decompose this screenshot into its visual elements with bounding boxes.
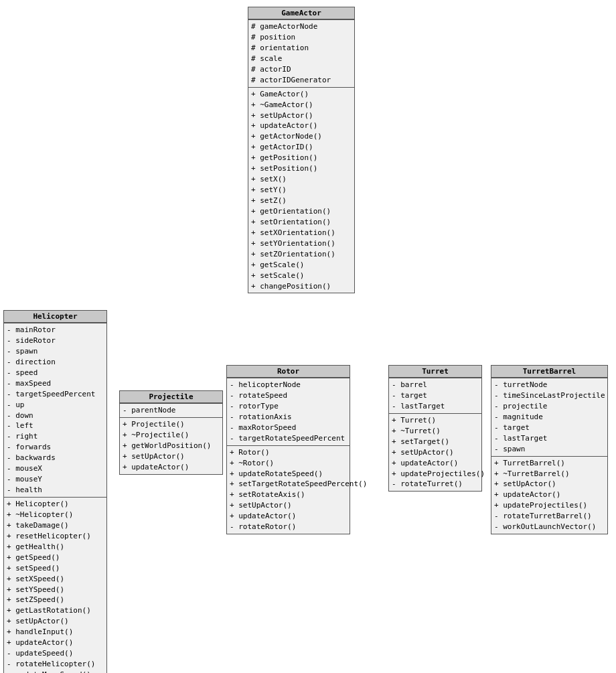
class-member: + updateProjectiles() (392, 469, 479, 479)
class-member: - backwards (7, 453, 104, 463)
class-member: + getSpeed() (7, 552, 104, 563)
class-member: + Helicopter() (7, 499, 104, 510)
gameactor-title-text: GameActor (281, 9, 321, 17)
class-member: - down (7, 410, 104, 421)
class-member: - spawn (7, 346, 104, 357)
class-member: - mouseY (7, 474, 104, 485)
class-member: - rotateTurret() (392, 479, 479, 490)
class-member: # actorIDGenerator (251, 75, 352, 86)
class-member: - targetRotateSpeedPercent (230, 433, 347, 444)
class-member: + handleInput() (7, 627, 104, 638)
turretbarrel-methods: + TurretBarrel()+ ~TurretBarrel()+ setUp… (491, 456, 607, 534)
turretbarrel-attributes: - turretNode- timeSinceLastProjectile- p… (491, 378, 607, 456)
class-member: + GameActor() (251, 89, 352, 100)
class-member: + setY() (251, 185, 352, 196)
class-member: - spawn (494, 444, 605, 455)
projectile-title: Projectile (120, 391, 222, 403)
class-member: - target (392, 390, 479, 401)
class-member: + updateActor() (392, 458, 479, 469)
gameactor-class: GameActor # gameActorNode# position# ori… (248, 7, 355, 293)
class-member: + setYOrientation() (251, 238, 352, 249)
class-member: - direction (7, 357, 104, 368)
class-member: + setUpActor() (392, 447, 479, 458)
class-member: + ~Projectile() (123, 430, 220, 441)
class-member: + TurretBarrel() (494, 458, 605, 469)
turretbarrel-class: TurretBarrel - turretNode- timeSinceLast… (491, 365, 608, 534)
class-member: + setUpActor() (251, 110, 352, 121)
class-member: + ~GameActor() (251, 100, 352, 110)
class-member: + setZ() (251, 196, 352, 206)
class-member: + setPosition() (251, 163, 352, 174)
class-member: + updateProjectiles() (494, 500, 605, 511)
helicopter-title: Helicopter (4, 311, 106, 323)
projectile-attributes: - parentNode (120, 403, 222, 417)
class-member: - workOutLaunchVector() (494, 522, 605, 532)
gameactor-attributes: # gameActorNode# position# orientation# … (248, 19, 354, 87)
projectile-class: Projectile - parentNode + Projectile()+ … (119, 390, 223, 475)
class-member: - left (7, 421, 104, 431)
class-member: - turretNode (494, 380, 605, 390)
rotor-attributes: - helicopterNode- rotateSpeed- rotorType… (227, 378, 350, 445)
class-member: - targetSpeedPercent (7, 389, 104, 400)
class-member: + setZOrientation() (251, 249, 352, 260)
class-member: + Rotor() (230, 447, 347, 458)
class-member: + getScale() (251, 260, 352, 271)
class-member: + getActorID() (251, 142, 352, 153)
class-member: - rotorType (230, 401, 347, 412)
class-member: - speed (7, 368, 104, 378)
class-member: - target (494, 423, 605, 433)
turret-title-text: Turret (422, 367, 449, 376)
class-member: + takeDamage() (7, 520, 104, 531)
class-member: - rotateTurretBarrel() (494, 511, 605, 522)
class-member: + updateActor() (494, 490, 605, 500)
rotor-methods: + Rotor()+ ~Rotor()+ updateRotateSpeed()… (227, 445, 350, 534)
class-member: + updateActor() (123, 462, 220, 473)
class-member: + setRotateAxis() (230, 490, 347, 500)
class-member: # gameActorNode (251, 21, 352, 32)
class-member: + setUpActor() (230, 500, 347, 511)
class-member: # actorID (251, 64, 352, 75)
class-member: + setTargetRotateSpeedPercent() (230, 479, 347, 490)
class-member: + setSpeed() (7, 563, 104, 574)
class-member: - forwards (7, 442, 104, 453)
class-member: + setUpActor() (123, 451, 220, 462)
rotor-title-text: Rotor (277, 367, 299, 376)
helicopter-title-text: Helicopter (33, 312, 77, 321)
turretbarrel-title-text: TurretBarrel (523, 367, 576, 376)
class-member: - right (7, 431, 104, 442)
rotor-class: Rotor - helicopterNode- rotateSpeed- rot… (226, 365, 350, 534)
class-member: - updateMoveSpeed() (7, 670, 104, 673)
helicopter-class: Helicopter - mainRotor- sideRotor- spawn… (3, 310, 107, 673)
class-member: + updateActor() (230, 511, 347, 522)
class-member: + ~Turret() (392, 426, 479, 437)
class-member: + setOrientation() (251, 217, 352, 228)
class-member: - lastTarget (494, 433, 605, 444)
gameactor-methods: + GameActor()+ ~GameActor()+ setUpActor(… (248, 87, 354, 293)
class-member: - maxSpeed (7, 378, 104, 389)
class-member: + getWorldPosition() (123, 441, 220, 451)
class-member: - projectile (494, 401, 605, 412)
class-member: + setXOrientation() (251, 228, 352, 238)
class-member: + Turret() (392, 415, 479, 426)
class-member: + setUpActor() (494, 479, 605, 490)
gameactor-title: GameActor (248, 7, 354, 19)
class-member: + updateActor() (251, 121, 352, 131)
class-member: + getPosition() (251, 153, 352, 163)
class-member: # position (251, 32, 352, 43)
class-member: - rotateSpeed (230, 390, 347, 401)
class-member: + changePosition() (251, 281, 352, 292)
class-member: - magnitude (494, 412, 605, 423)
class-member: + getHealth() (7, 542, 104, 552)
class-member: - helicopterNode (230, 380, 347, 390)
class-member: + ~Rotor() (230, 458, 347, 469)
class-member: + getActorNode() (251, 131, 352, 142)
class-member: + setYSpeed() (7, 585, 104, 595)
projectile-title-text: Projectile (149, 392, 193, 401)
class-member: - maxRotorSpeed (230, 423, 347, 433)
class-member: + setZSpeed() (7, 595, 104, 605)
class-member: + setScale() (251, 271, 352, 281)
helicopter-attributes: - mainRotor- sideRotor- spawn- direction… (4, 323, 106, 497)
turret-attributes: - barrel- target- lastTarget (389, 378, 481, 413)
class-member: - rotationAxis (230, 412, 347, 423)
turret-methods: + Turret()+ ~Turret()+ setTarget()+ setU… (389, 413, 481, 492)
